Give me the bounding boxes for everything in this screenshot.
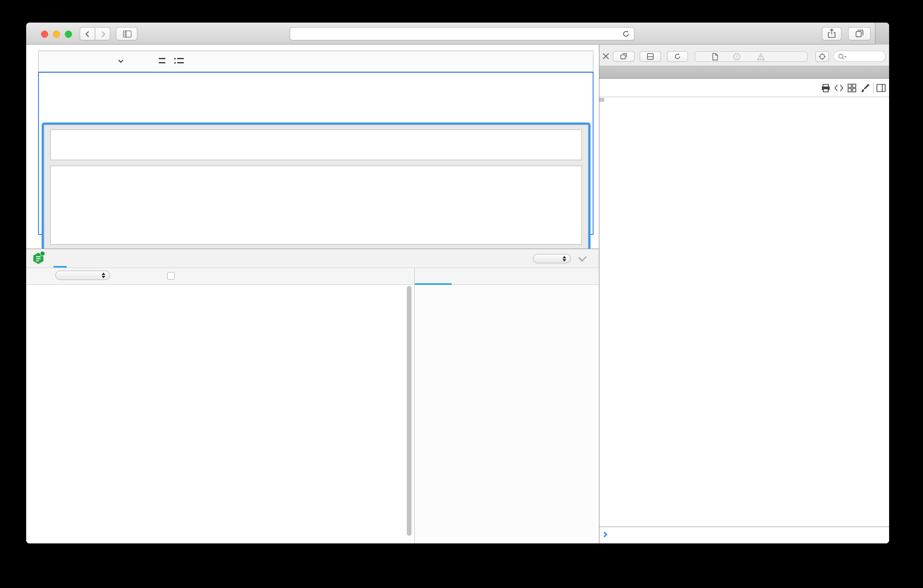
- page-count-icon: [712, 53, 718, 61]
- compact-text-checkbox[interactable]: [167, 272, 175, 280]
- inspector-tree-area: [26, 285, 599, 544]
- back-button[interactable]: [80, 27, 95, 40]
- dom-tree: [599, 97, 889, 526]
- close-window-button[interactable]: [41, 31, 48, 38]
- browser-window: [26, 23, 889, 544]
- new-tab-button[interactable]: [875, 23, 889, 44]
- devtools-toolbar: [599, 44, 889, 66]
- reload-icon: [668, 52, 688, 61]
- dock-side-icon: [613, 52, 634, 61]
- model-tree-scrollbar[interactable]: [407, 286, 412, 536]
- titlebar: [26, 23, 889, 44]
- reload-page-button[interactable]: [667, 51, 688, 62]
- quick-console[interactable]: [599, 526, 889, 544]
- root-select[interactable]: [55, 271, 110, 280]
- search-icon: [838, 53, 847, 60]
- devtools-panel: [599, 44, 889, 544]
- show-tabs-button[interactable]: [848, 27, 870, 40]
- dock-bottom-button[interactable]: [640, 51, 661, 62]
- numbered-list-button[interactable]: [155, 57, 165, 65]
- grid-icon[interactable]: [847, 83, 857, 93]
- dock-side-button[interactable]: [613, 51, 635, 62]
- logo-badge: [40, 251, 45, 256]
- web-page: [26, 44, 599, 544]
- select-arrows-icon: [563, 254, 567, 263]
- print-icon[interactable]: [821, 83, 831, 93]
- inspector-collapse-button[interactable]: [578, 253, 587, 261]
- minimize-window-button[interactable]: [53, 31, 60, 38]
- bulleted-list-button[interactable]: [174, 57, 184, 65]
- error-count-icon: [733, 53, 741, 60]
- forward-icon: [99, 31, 105, 37]
- source-code-icon[interactable]: [834, 83, 844, 93]
- selected-children-bar-end: [599, 98, 604, 102]
- chevron-down-icon: [118, 58, 123, 63]
- reload-icon[interactable]: [622, 30, 630, 38]
- ckeditor-inspector: [26, 248, 599, 544]
- sidebar-icon: [123, 31, 131, 38]
- select-arrows-icon: [102, 271, 106, 280]
- details-sidebar-icon[interactable]: [876, 83, 886, 93]
- url-field[interactable]: [290, 27, 635, 40]
- element-picker-icon: [816, 52, 828, 61]
- simple-box-title[interactable]: [50, 129, 582, 160]
- ckeditor-logo-icon: [33, 253, 43, 264]
- close-devtools-button[interactable]: [602, 52, 609, 60]
- editor-toolbar: [38, 51, 593, 72]
- simple-box-description[interactable]: [50, 166, 582, 245]
- zoom-window-button[interactable]: [65, 31, 72, 38]
- inspector-header: [26, 249, 599, 268]
- devtools-tabs: [599, 66, 889, 79]
- paint-brush-icon[interactable]: [860, 83, 870, 93]
- divider: [873, 82, 874, 94]
- paragraph-dropdown[interactable]: [45, 60, 123, 62]
- tabs-icon: [849, 28, 870, 40]
- model-tree: [26, 285, 407, 544]
- devtools-breadcrumb: [599, 79, 889, 97]
- share-icon: [823, 28, 841, 40]
- devtools-search-field[interactable]: [833, 51, 886, 62]
- issues-summary[interactable]: [695, 51, 808, 62]
- sidebar-button[interactable]: [116, 27, 137, 40]
- editor-instance-select[interactable]: [533, 254, 571, 263]
- console-prompt-icon: [601, 532, 608, 537]
- inspector-subheader: [26, 268, 599, 285]
- forward-button[interactable]: [95, 27, 110, 40]
- warning-count-icon: [757, 53, 765, 60]
- back-icon: [85, 31, 91, 37]
- editor-editable-area[interactable]: [38, 72, 593, 235]
- inspect-panel: [415, 285, 599, 544]
- simple-box-widget[interactable]: [44, 125, 588, 252]
- share-button[interactable]: [822, 27, 841, 40]
- dock-bottom-icon: [640, 52, 660, 61]
- element-picker-button[interactable]: [815, 51, 829, 62]
